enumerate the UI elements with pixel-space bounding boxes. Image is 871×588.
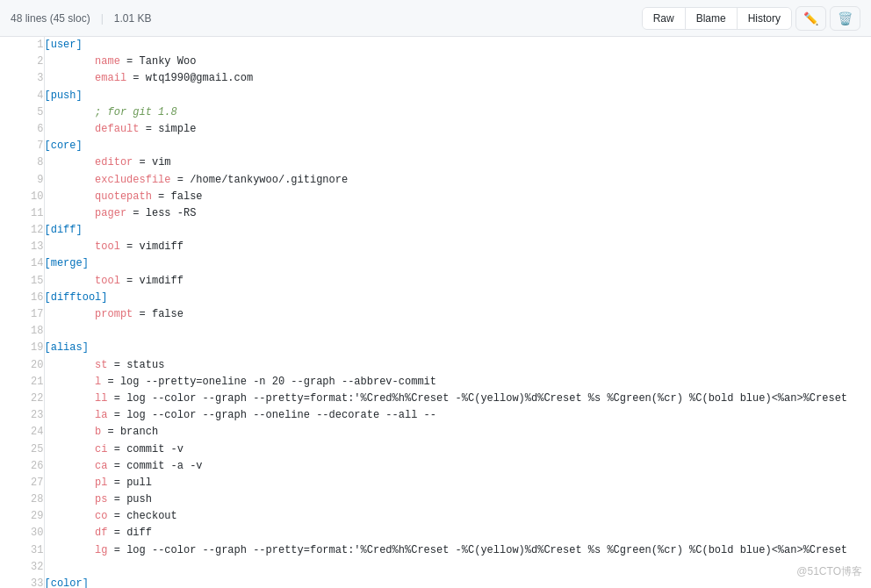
line-number: 33	[0, 576, 44, 588]
code-table: 1[user]2 name = Tanky Woo3 email = wtq19…	[0, 37, 871, 588]
line-number: 23	[0, 407, 44, 424]
line-code: ci = commit -v	[44, 441, 871, 458]
line-number: 30	[0, 525, 44, 541]
table-row: 23 la = log --color --graph --oneline --…	[0, 407, 871, 424]
line-number: 19	[0, 340, 44, 356]
line-code: l = log --pretty=oneline -n 20 --graph -…	[44, 374, 871, 391]
table-row: 25 ci = commit -v	[0, 441, 871, 458]
line-code: lg = log --color --graph --pretty=format…	[44, 542, 871, 559]
table-row: 28 ps = push	[0, 491, 871, 508]
line-code: tool = vimdiff	[44, 273, 871, 290]
table-row: 31 lg = log --color --graph --pretty=for…	[0, 542, 871, 559]
line-number: 31	[0, 542, 44, 559]
edit-button[interactable]: ✏️	[795, 6, 826, 31]
line-code: default = simple	[44, 121, 871, 138]
line-number: 9	[0, 172, 44, 189]
line-number: 12	[0, 222, 44, 239]
line-number: 22	[0, 391, 44, 407]
line-number: 2	[0, 54, 44, 70]
table-row: 3 email = wtq1990@gmail.com	[0, 70, 871, 87]
line-code: quotepath = false	[44, 189, 871, 205]
line-code: co = checkout	[44, 508, 871, 525]
table-row: 1[user]	[0, 37, 871, 54]
line-number: 26	[0, 458, 44, 475]
table-row: 8 editor = vim	[0, 154, 871, 171]
line-number: 28	[0, 491, 44, 508]
table-row: 24 b = branch	[0, 424, 871, 441]
line-number: 14	[0, 255, 44, 272]
line-number: 29	[0, 508, 44, 525]
table-row: 16[difftool]	[0, 290, 871, 306]
line-code: email = wtq1990@gmail.com	[44, 70, 871, 87]
table-row: 5 ; for git 1.8	[0, 104, 871, 121]
table-row: 15 tool = vimdiff	[0, 273, 871, 290]
blame-button[interactable]: Blame	[686, 8, 738, 29]
line-number: 16	[0, 290, 44, 306]
line-number: 17	[0, 306, 44, 323]
table-row: 18	[0, 323, 871, 340]
file-size: 1.01 KB	[114, 12, 152, 25]
table-row: 22 ll = log --color --graph --pretty=for…	[0, 391, 871, 407]
watermark: @51CTO博客	[796, 564, 862, 579]
line-number: 15	[0, 273, 44, 290]
line-number: 5	[0, 104, 44, 121]
history-button[interactable]: History	[738, 8, 791, 29]
table-row: 14[merge]	[0, 255, 871, 272]
line-code: [difftool]	[44, 290, 871, 306]
table-row: 10 quotepath = false	[0, 189, 871, 205]
table-row: 21 l = log --pretty=oneline -n 20 --grap…	[0, 374, 871, 391]
table-row: 20 st = status	[0, 357, 871, 374]
table-row: 26 ca = commit -a -v	[0, 458, 871, 475]
line-number: 8	[0, 154, 44, 171]
table-row: 32	[0, 559, 871, 576]
line-code: [merge]	[44, 255, 871, 272]
table-row: 7[core]	[0, 138, 871, 154]
table-row: 33[color]	[0, 576, 871, 588]
delete-button[interactable]: 🗑️	[830, 6, 860, 31]
line-code: [alias]	[44, 340, 871, 356]
line-number: 11	[0, 205, 44, 222]
line-code: ps = push	[44, 491, 871, 508]
table-row: 12[diff]	[0, 222, 871, 239]
line-number: 21	[0, 374, 44, 391]
line-code: name = Tanky Woo	[44, 54, 871, 70]
toolbar: 48 lines (45 sloc) | 1.01 KB Raw Blame H…	[0, 0, 871, 37]
line-count: 48 lines (45 sloc)	[11, 12, 90, 25]
table-row: 4[push]	[0, 88, 871, 104]
code-area: 1[user]2 name = Tanky Woo3 email = wtq19…	[0, 37, 871, 588]
line-code: df = diff	[44, 525, 871, 541]
line-number: 7	[0, 138, 44, 154]
line-number: 27	[0, 475, 44, 491]
line-code: b = branch	[44, 424, 871, 441]
line-number: 13	[0, 239, 44, 255]
table-row: 11 pager = less -RS	[0, 205, 871, 222]
line-code: tool = vimdiff	[44, 239, 871, 255]
file-info: 48 lines (45 sloc) | 1.01 KB	[11, 12, 152, 25]
line-code: [color]	[44, 576, 871, 588]
line-number: 1	[0, 37, 44, 54]
line-code: la = log --color --graph --oneline --dec…	[44, 407, 871, 424]
raw-button[interactable]: Raw	[643, 8, 686, 29]
table-row: 13 tool = vimdiff	[0, 239, 871, 255]
table-row: 29 co = checkout	[0, 508, 871, 525]
line-number: 25	[0, 441, 44, 458]
line-number: 18	[0, 323, 44, 340]
line-code	[44, 323, 871, 340]
line-code: ; for git 1.8	[44, 104, 871, 121]
table-row: 2 name = Tanky Woo	[0, 54, 871, 70]
line-code: excludesfile = /home/tankywoo/.gitignore	[44, 172, 871, 189]
line-code: editor = vim	[44, 154, 871, 171]
line-code: ca = commit -a -v	[44, 458, 871, 475]
line-code: st = status	[44, 357, 871, 374]
table-row: 27 pl = pull	[0, 475, 871, 491]
line-code: [diff]	[44, 222, 871, 239]
view-mode-buttons: Raw Blame History	[642, 7, 792, 30]
line-number: 3	[0, 70, 44, 87]
line-code: [core]	[44, 138, 871, 154]
table-row: 17 prompt = false	[0, 306, 871, 323]
table-row: 30 df = diff	[0, 525, 871, 541]
line-code: [push]	[44, 88, 871, 104]
line-code: ll = log --color --graph --pretty=format…	[44, 391, 871, 407]
table-row: 6 default = simple	[0, 121, 871, 138]
line-number: 10	[0, 189, 44, 205]
